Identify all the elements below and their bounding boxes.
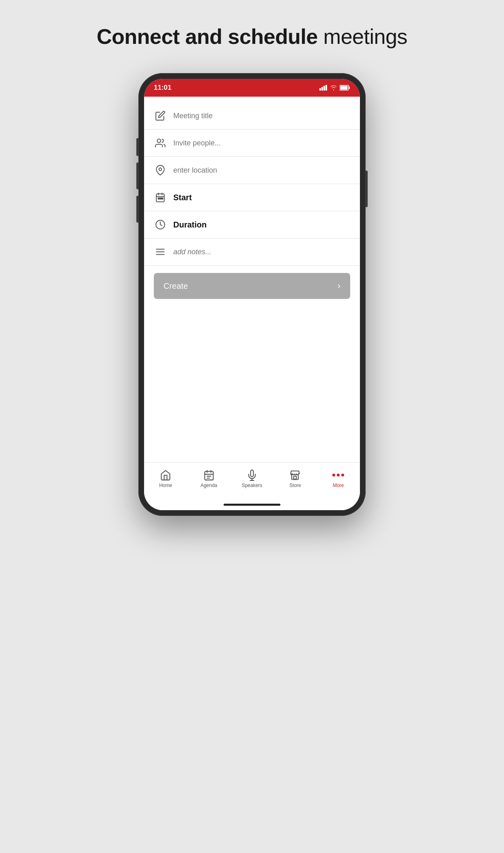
phone-mockup: 11:01: [138, 73, 366, 516]
dot-3: [341, 474, 344, 476]
notes-field[interactable]: [144, 238, 360, 266]
page-heading: Connect and schedule meetings: [97, 24, 407, 49]
create-button[interactable]: Create ›: [154, 273, 350, 299]
location-field[interactable]: [144, 157, 360, 184]
location-icon: [154, 165, 167, 175]
start-label: Start: [173, 193, 350, 202]
svg-rect-14: [160, 198, 161, 199]
svg-rect-3: [325, 85, 327, 91]
home-indicator: [144, 499, 360, 510]
create-chevron-icon: ›: [338, 281, 340, 291]
tab-more-label: More: [333, 483, 344, 488]
tab-speakers[interactable]: Speakers: [230, 463, 274, 495]
svg-rect-0: [319, 88, 321, 91]
signal-icon: [319, 85, 327, 91]
svg-rect-15: [162, 198, 163, 199]
svg-rect-13: [158, 198, 159, 199]
duration-field[interactable]: Duration: [144, 211, 360, 238]
location-input[interactable]: [173, 166, 350, 175]
content-spacer: [144, 310, 360, 392]
duration-label: Duration: [173, 220, 350, 229]
tab-store-label: Store: [289, 483, 301, 488]
start-field[interactable]: Start: [144, 184, 360, 211]
tab-more[interactable]: More: [317, 463, 360, 495]
svg-rect-28: [294, 476, 297, 479]
status-icons: [319, 85, 350, 91]
invite-people-field[interactable]: [144, 130, 360, 157]
microphone-icon: [246, 470, 258, 481]
svg-point-7: [157, 139, 161, 143]
svg-rect-1: [321, 87, 323, 91]
create-button-label: Create: [164, 281, 188, 291]
meeting-title-input[interactable]: [173, 112, 350, 120]
volume-down-button: [136, 196, 138, 223]
agenda-icon: [203, 470, 215, 481]
store-icon: [289, 470, 301, 481]
people-icon: [154, 138, 167, 148]
tab-home[interactable]: Home: [144, 463, 187, 495]
tab-speakers-label: Speakers: [242, 483, 263, 488]
home-icon: [160, 470, 171, 481]
clock-icon: [154, 219, 167, 230]
svg-point-8: [159, 168, 162, 171]
notes-input[interactable]: [173, 248, 350, 256]
status-time: 11:01: [154, 84, 171, 92]
tab-store[interactable]: Store: [274, 463, 317, 495]
dot-2: [337, 474, 340, 476]
tab-agenda-label: Agenda: [200, 483, 217, 488]
calendar-icon: [154, 192, 167, 203]
status-bar: 11:01: [144, 79, 360, 97]
tab-bar: Home Agenda: [144, 462, 360, 499]
svg-rect-5: [349, 87, 350, 89]
create-meeting-form: Start Duration: [144, 97, 360, 310]
meeting-title-field[interactable]: [144, 101, 360, 130]
more-dots-icon: [332, 470, 344, 481]
volume-mute-button: [136, 138, 138, 156]
svg-rect-6: [340, 86, 348, 90]
volume-up-button: [136, 162, 138, 189]
svg-rect-2: [323, 86, 325, 91]
phone-screen: 11:01: [144, 79, 360, 510]
invite-people-input[interactable]: [173, 139, 350, 147]
power-button: [366, 171, 368, 207]
battery-icon: [340, 85, 350, 91]
home-indicator-bar: [224, 504, 280, 506]
app-content: Start Duration: [144, 97, 360, 462]
edit-icon: [154, 110, 167, 121]
tab-agenda[interactable]: Agenda: [187, 463, 230, 495]
wifi-icon: [330, 85, 337, 91]
svg-rect-20: [205, 471, 213, 480]
dot-1: [332, 474, 335, 476]
notes-icon: [154, 247, 167, 257]
tab-home-label: Home: [159, 483, 172, 488]
